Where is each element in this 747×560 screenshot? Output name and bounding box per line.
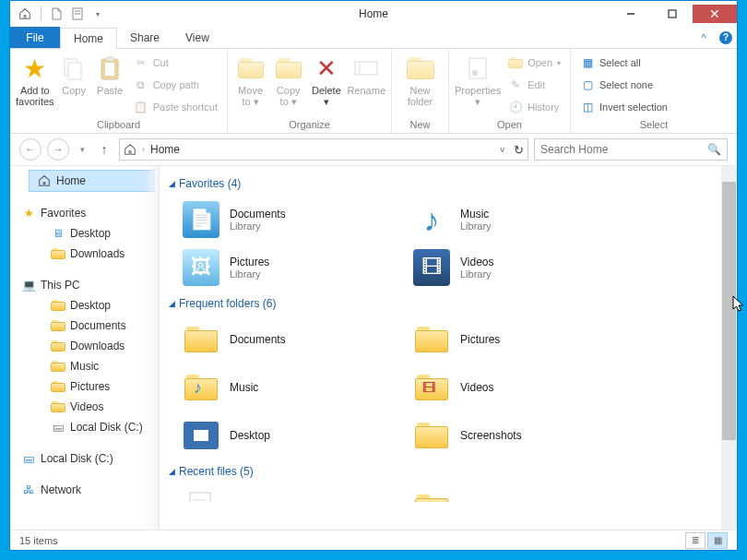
back-button[interactable]: ← [19,138,42,161]
paste-button[interactable]: Paste [94,51,126,96]
nav-favorites[interactable]: ★Favorites [10,203,159,223]
list-item[interactable]: 📄DocumentsLibrary [182,196,412,244]
list-item[interactable]: ProcessMonitor [412,483,643,502]
tab-view[interactable]: View [172,27,222,48]
select-all-button[interactable]: ▦Select all [576,53,671,73]
list-item[interactable]: 🖼PicturesLibrary [182,244,412,292]
breadcrumb[interactable]: Home [150,143,180,156]
refresh-button[interactable]: ↻ [514,143,524,157]
invert-selection-button[interactable]: ◫Invert selection [576,97,671,117]
new-folder-button[interactable]: Newfolder [397,51,443,107]
properties-icon[interactable] [70,6,85,21]
nav-pictures[interactable]: Pictures [10,376,159,397]
home-icon[interactable] [18,6,32,21]
svg-rect-8 [105,63,114,76]
collapse-icon[interactable]: ◢ [169,467,175,476]
item-label: Pictures [460,333,500,346]
navigation-pane[interactable]: Home ★Favorites 🖥Desktop Downloads 💻This… [10,166,160,530]
vids-icon: 🎞 [412,248,451,287]
group-label: Select [576,118,731,133]
list-item[interactable]: 🎞VideosLibrary [412,244,643,292]
search-input[interactable] [540,143,707,156]
search-icon[interactable]: 🔍 [707,143,721,156]
qat-dropdown-icon[interactable]: ▾ [90,6,105,21]
nav-documents[interactable]: Documents [10,316,159,336]
item-sublabel: Library [230,268,269,280]
move-to-button[interactable]: Moveto ▾ [233,51,267,107]
star-icon: ★ [21,206,36,220]
minimize-button[interactable] [610,5,651,23]
folder-icon [51,318,65,333]
nav-desktop[interactable]: Desktop [10,295,159,316]
nav-local-disk[interactable]: 🖴Local Disk (C:) [10,417,159,437]
tab-share[interactable]: Share [117,27,172,48]
group-label: New [397,118,443,133]
list-item[interactable]: Screenshots [412,411,643,459]
address-dropdown-icon[interactable]: v [501,145,505,154]
list-item[interactable]: Documents [182,316,412,363]
cut-button[interactable]: ✂Cut [130,53,221,73]
collapse-icon[interactable]: ◢ [169,299,175,308]
history-button[interactable]: 🕘History [504,97,564,117]
search-box[interactable]: 🔍 [534,138,728,161]
content-pane[interactable]: ◢Favorites (4) 📄DocumentsLibrary♪MusicLi… [160,166,721,530]
nav-downloads[interactable]: Downloads [10,244,159,264]
home-icon [37,173,52,188]
list-item[interactable]: home [182,483,412,502]
open-button[interactable]: Open ▾ [504,53,564,73]
svg-rect-4 [669,10,676,18]
delete-button[interactable]: ✕ Delete▾ [309,51,343,107]
desktop-icon: 🖥 [51,226,65,241]
tiles-view-button[interactable]: ▦ [707,532,728,549]
list-item[interactable]: 🎞Videos [412,363,643,411]
section-recent[interactable]: ◢Recent files (5) [169,465,721,478]
maximize-button[interactable] [651,5,693,23]
nav-music[interactable]: Music [10,356,159,376]
folder-icon [51,246,65,261]
nav-desktop[interactable]: 🖥Desktop [10,223,159,244]
pc-icon: 💻 [21,278,36,292]
svg-rect-10 [355,62,377,75]
copy-button[interactable]: Copy [58,51,90,96]
new-doc-icon[interactable] [50,6,65,21]
section-frequent[interactable]: ◢Frequent folders (6) [169,297,721,310]
tab-file[interactable]: File [10,27,60,48]
tab-home[interactable]: Home [60,28,117,49]
close-button[interactable]: ✕ [693,5,737,23]
collapse-icon[interactable]: ◢ [169,179,175,188]
list-item[interactable]: ♪MusicLibrary [412,196,643,244]
nav-home[interactable]: Home [29,170,155,192]
forward-button[interactable]: → [47,138,69,161]
select-none-button[interactable]: ▢Select none [576,75,671,95]
recent-locations-button[interactable]: ▾ [75,138,89,161]
details-view-button[interactable]: ≣ [685,532,706,549]
nav-downloads[interactable]: Downloads [10,336,159,356]
nav-local-disk-root[interactable]: 🖴Local Disk (C:) [10,448,159,469]
rename-button[interactable]: Rename [347,51,385,96]
up-button[interactable]: ↑ [95,140,113,159]
collapse-ribbon-icon[interactable]: ^ [693,27,715,48]
folder-icon [51,339,65,353]
status-text: 15 items [19,535,58,546]
svg-rect-9 [106,56,113,61]
list-item[interactable]: Desktop [182,411,412,459]
svg-point-13 [472,70,478,76]
nav-this-pc[interactable]: 💻This PC [10,275,159,295]
paste-shortcut-button[interactable]: 📋Paste shortcut [130,97,221,117]
copy-path-button[interactable]: ⧉Copy path [130,75,221,95]
list-item[interactable]: Pictures [412,316,643,363]
help-button[interactable]: ? [715,27,737,48]
scrollbar[interactable] [721,166,737,530]
copy-to-button[interactable]: Copyto ▾ [271,51,305,107]
list-item[interactable]: ♪Music [182,363,412,411]
section-favorites[interactable]: ◢Favorites (4) [169,177,721,190]
nav-network[interactable]: 🖧Network [10,480,159,500]
properties-button[interactable]: Properties▾ [455,51,501,107]
scrollbar-thumb[interactable] [722,182,736,440]
edit-button[interactable]: ✎Edit [504,75,564,95]
add-to-favorites-button[interactable]: ★ Add tofavorites [16,51,54,107]
nav-videos[interactable]: Videos [10,397,159,417]
item-label: Music [230,381,258,394]
address-bar[interactable]: › Home v ↻ [119,138,528,161]
address-bar-row: ← → ▾ ↑ › Home v ↻ 🔍 [10,134,737,165]
